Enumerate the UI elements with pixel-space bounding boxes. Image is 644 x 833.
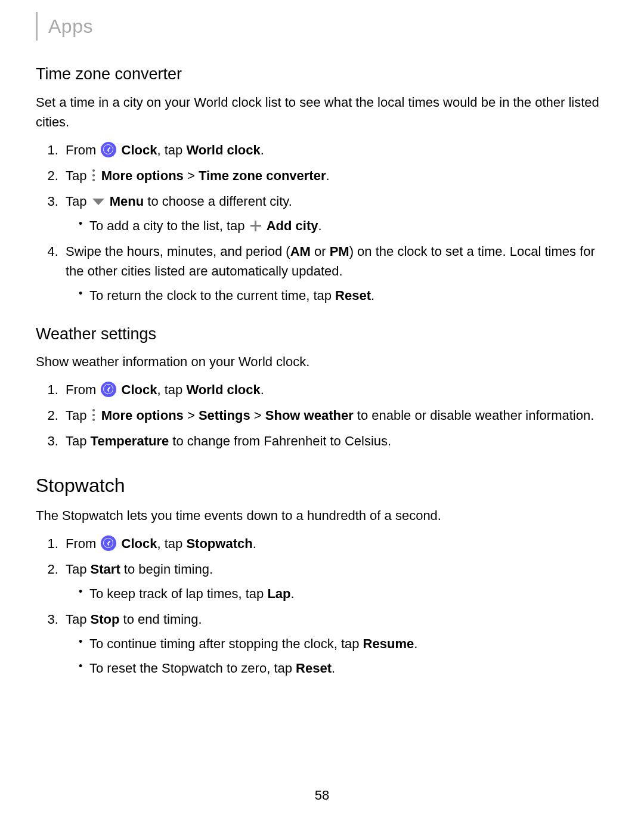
text: .	[414, 636, 417, 651]
text: .	[371, 288, 374, 303]
dropdown-icon	[92, 199, 104, 205]
more-options-icon	[91, 408, 97, 422]
text-bold: More options	[101, 408, 184, 423]
list-item: From Clock, tap World clock.	[62, 140, 608, 160]
text: .	[261, 143, 264, 157]
text: .	[261, 382, 264, 397]
plus-icon	[250, 220, 262, 232]
text-bold: Show weather	[265, 408, 354, 423]
list-item: Tap Start to begin timing. To keep track…	[62, 559, 608, 603]
text-bold: Stop	[91, 612, 120, 627]
text: to begin timing.	[120, 562, 213, 577]
text: Swipe the hours, minutes, and period (	[66, 244, 290, 259]
text: From	[66, 143, 96, 157]
list-item: Tap Menu to choose a different city. To …	[62, 191, 608, 236]
text: .	[318, 218, 322, 233]
text: Tap	[66, 168, 86, 183]
text-bold: World clock	[186, 382, 260, 397]
sub-list: To return the clock to the current time,…	[66, 286, 608, 305]
text-bold: Clock	[122, 382, 157, 397]
text-bold: Add city	[267, 218, 318, 233]
text: .	[332, 661, 335, 676]
text: Tap	[66, 433, 91, 448]
breadcrumb-label: Apps	[48, 16, 93, 37]
tzc-steps: From Clock, tap World clock. Tap More op…	[36, 140, 608, 305]
list-item: Tap Stop to end timing. To continue timi…	[62, 609, 608, 678]
sub-list: To continue timing after stopping the cl…	[66, 634, 608, 678]
text-bold: Lap	[267, 586, 290, 601]
text: To continue timing after stopping the cl…	[89, 636, 363, 651]
text-bold: Start	[91, 562, 120, 577]
stopwatch-intro: The Stopwatch lets you time events down …	[36, 506, 608, 525]
stopwatch-steps: From Clock, tap Stopwatch. Tap Start to …	[36, 534, 608, 678]
list-item: From Clock, tap World clock.	[62, 380, 608, 400]
text: to change from Fahrenheit to Celsius.	[169, 433, 391, 448]
list-item: To continue timing after stopping the cl…	[79, 634, 608, 654]
text: to end timing.	[119, 612, 202, 627]
text-bold: Settings	[199, 408, 250, 423]
clock-icon	[101, 535, 116, 551]
text-bold: Reset	[296, 661, 332, 676]
weather-intro: Show weather information on your World c…	[36, 352, 608, 371]
text: To reset the Stopwatch to zero, tap	[89, 661, 296, 676]
list-item: Tap More options > Time zone converter.	[62, 166, 608, 185]
section-title-tzc: Time zone converter	[36, 62, 608, 86]
text: , tap	[157, 536, 187, 551]
page-number: 58	[36, 785, 608, 805]
text-bold: Stopwatch	[186, 536, 252, 551]
text-bold: World clock	[186, 143, 260, 157]
text: Tap	[66, 194, 86, 209]
text: Tap	[66, 612, 91, 627]
text: to choose a different city.	[144, 194, 292, 209]
text-bold: Clock	[122, 143, 157, 157]
clock-icon	[101, 382, 116, 397]
text: To keep track of lap times, tap	[89, 586, 267, 601]
list-item: To keep track of lap times, tap Lap.	[79, 584, 608, 603]
text: To return the clock to the current time,…	[89, 288, 335, 303]
sub-list: To keep track of lap times, tap Lap.	[66, 584, 608, 603]
list-item: To reset the Stopwatch to zero, tap Rese…	[79, 658, 608, 678]
weather-steps: From Clock, tap World clock. Tap More op…	[36, 380, 608, 451]
list-item: To return the clock to the current time,…	[79, 286, 608, 305]
text: >	[184, 168, 199, 183]
text-bold: Temperature	[91, 433, 169, 448]
text-bold: Time zone converter	[199, 168, 326, 183]
text-bold: Menu	[110, 194, 144, 209]
list-item: From Clock, tap Stopwatch.	[62, 534, 608, 553]
section-title-weather: Weather settings	[36, 322, 608, 346]
text: Tap	[66, 408, 86, 423]
section-title-stopwatch: Stopwatch	[36, 471, 608, 500]
text: From	[66, 382, 96, 397]
more-options-icon	[91, 169, 97, 182]
list-item: Swipe the hours, minutes, and period (AM…	[62, 241, 608, 305]
text-bold: Resume	[363, 636, 414, 651]
text: To add a city to the list, tap	[89, 218, 244, 233]
list-item: To add a city to the list, tap Add city.	[79, 216, 608, 236]
text: >	[184, 408, 199, 423]
manual-page: Apps Time zone converter Set a time in a…	[0, 0, 644, 829]
text: >	[250, 408, 265, 423]
text: Tap	[66, 562, 91, 577]
list-item: Tap More options > Settings > Show weath…	[62, 405, 608, 425]
sub-list: To add a city to the list, tap Add city.	[66, 216, 608, 236]
text: .	[253, 536, 256, 551]
text-bold: Clock	[122, 536, 157, 551]
text: , tap	[157, 143, 187, 157]
text-bold: Reset	[335, 288, 371, 303]
text: or	[311, 244, 330, 259]
list-item: Tap Temperature to change from Fahrenhei…	[62, 431, 608, 451]
text: .	[291, 586, 295, 601]
clock-icon	[101, 142, 116, 157]
text-bold: More options	[101, 168, 184, 183]
text: .	[326, 168, 329, 183]
text: to enable or disable weather information…	[354, 408, 595, 423]
tzc-intro: Set a time in a city on your World clock…	[36, 92, 608, 132]
text: From	[66, 536, 96, 551]
breadcrumb: Apps	[36, 12, 608, 41]
text-bold: AM	[290, 244, 311, 259]
text: , tap	[157, 382, 187, 397]
text-bold: PM	[330, 244, 349, 259]
